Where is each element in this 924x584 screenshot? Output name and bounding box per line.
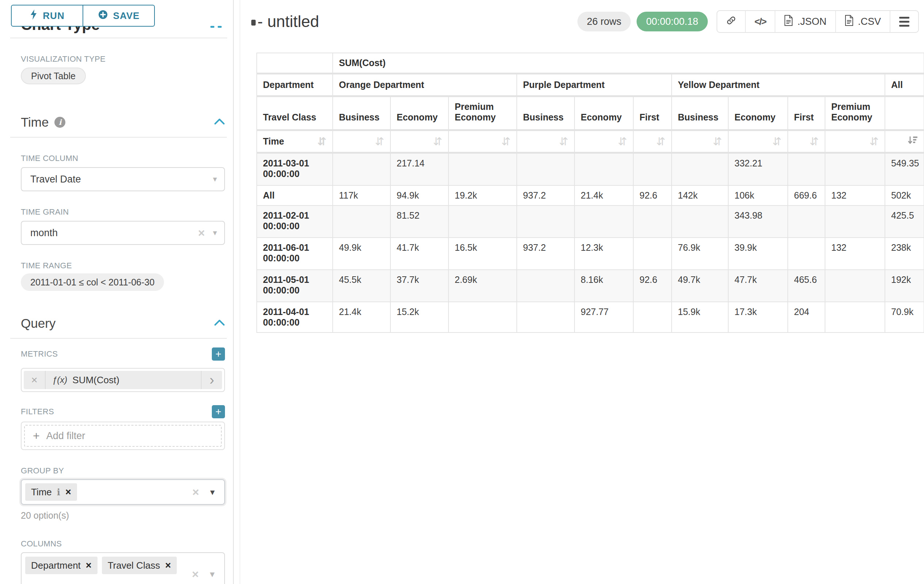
- link-icon: [726, 15, 736, 28]
- sort-button[interactable]: ⇵: [391, 131, 449, 154]
- section-divider: [10, 137, 227, 138]
- pivot-col-header: First: [634, 97, 672, 131]
- scrollbar-thumb[interactable]: [251, 20, 256, 26]
- query-section-title: Query: [21, 316, 56, 331]
- sort-button[interactable]: ⇵: [825, 131, 885, 154]
- pivot-cell: 425.5: [885, 206, 924, 238]
- time-grain-value: month: [30, 227, 198, 239]
- chevron-right-icon[interactable]: ›: [201, 371, 222, 389]
- pivot-cell: 17.3k: [729, 302, 788, 333]
- pivot-cell: [825, 154, 885, 186]
- pivot-cell: 45.5k: [333, 270, 391, 302]
- pivot-cell: [517, 302, 575, 333]
- sort-arrows-icon[interactable]: ⇵: [810, 136, 819, 147]
- time-range-label: TIME RANGE: [21, 261, 225, 270]
- add-metric-button[interactable]: +: [212, 347, 225, 360]
- pivot-cell: 8.16k: [575, 270, 634, 302]
- sort-button[interactable]: [885, 131, 924, 154]
- clear-icon[interactable]: ×: [198, 226, 205, 240]
- metric-chip[interactable]: × ƒ(x) SUM(Cost) ›: [24, 371, 222, 389]
- pivot-cell: 47.7k: [729, 270, 788, 302]
- viz-type-pill[interactable]: Pivot Table: [21, 67, 86, 84]
- selected-option-chip[interactable]: Department×: [25, 557, 97, 574]
- chevron-up-icon[interactable]: [214, 319, 225, 327]
- time-grain-label: TIME GRAIN: [21, 207, 225, 217]
- selected-option-chip[interactable]: Travel Class×: [102, 557, 177, 574]
- clear-icon[interactable]: ×: [192, 568, 199, 581]
- time-column-select[interactable]: Travel Date ▾: [21, 167, 225, 191]
- columns-select[interactable]: Department×Travel Class× × ▼: [21, 552, 225, 584]
- sort-button[interactable]: ⇵: [333, 131, 391, 154]
- info-icon: i: [54, 117, 65, 128]
- export-csv-button[interactable]: .CSV: [835, 11, 890, 32]
- splitter-handle-dot[interactable]: [218, 26, 222, 28]
- caret-down-icon: ▾: [213, 174, 217, 184]
- pivot-row-label: 2011-03-01 00:00:00: [257, 154, 333, 186]
- sort-arrows-icon[interactable]: ⇵: [618, 136, 627, 147]
- run-button[interactable]: RUN: [11, 5, 83, 26]
- chart-title[interactable]: - untitled: [257, 12, 319, 31]
- pivot-cell: 39.9k: [729, 238, 788, 270]
- pivot-cell: [333, 206, 391, 238]
- sort-button[interactable]: ⇵: [449, 131, 517, 154]
- table-row: 2011-06-01 00:00:0049.9k41.7k16.5k937.21…: [257, 238, 924, 270]
- sort-arrows-icon[interactable]: ⇵: [375, 136, 384, 147]
- remove-metric-icon[interactable]: ×: [24, 371, 46, 389]
- sort-arrows-icon[interactable]: ⇵: [317, 136, 327, 147]
- pivot-cell: 49.7k: [672, 270, 729, 302]
- sort-desc-active-icon[interactable]: [908, 135, 918, 148]
- embed-code-button[interactable]: </>: [745, 11, 775, 32]
- add-filter-plus-button[interactable]: +: [212, 405, 225, 418]
- pivot-cell: [634, 238, 672, 270]
- pivot-cell: [825, 302, 885, 333]
- sort-button[interactable]: ⇵: [575, 131, 634, 154]
- pivot-col-header: Economy: [575, 97, 634, 131]
- splitter-handle-dot[interactable]: [210, 26, 214, 28]
- sort-button[interactable]: ⇵: [788, 131, 825, 154]
- time-grain-select[interactable]: month × ▾: [21, 221, 225, 245]
- time-column-label: TIME COLUMN: [21, 154, 225, 163]
- save-button[interactable]: SAVE: [83, 5, 155, 26]
- remove-chip-icon[interactable]: ×: [65, 487, 71, 498]
- pivot-cell: [672, 154, 729, 186]
- export-json-button[interactable]: .JSON: [775, 11, 835, 32]
- sort-arrows-icon[interactable]: ⇵: [433, 136, 442, 147]
- menu-button[interactable]: [890, 11, 918, 32]
- info-icon: i: [57, 487, 60, 497]
- pivot-cell: 132: [825, 238, 885, 270]
- sort-button[interactable]: ⇵: [672, 131, 729, 154]
- sort-arrows-icon[interactable]: ⇵: [559, 136, 568, 147]
- clear-icon[interactable]: ×: [193, 485, 200, 499]
- sort-column-time[interactable]: Time⇵: [257, 131, 333, 154]
- remove-chip-icon[interactable]: ×: [165, 560, 171, 571]
- pivot-colgroup-header: Yellow Department: [672, 74, 885, 97]
- pivot-cell: [788, 206, 825, 238]
- caret-down-icon: ▼: [208, 488, 216, 497]
- add-filter-button[interactable]: + Add filter: [24, 425, 222, 447]
- selected-option-chip[interactable]: Timei×: [25, 483, 77, 501]
- remove-chip-icon[interactable]: ×: [86, 560, 92, 571]
- chevron-up-icon[interactable]: [214, 118, 225, 126]
- sort-arrows-icon[interactable]: ⇵: [870, 136, 879, 147]
- pivot-colgroup-header: All: [885, 74, 924, 97]
- sort-button[interactable]: ⇵: [517, 131, 575, 154]
- control-panel: Chart Type RUN SAVE VISUALIZATION TYPE P…: [0, 0, 234, 584]
- copy-link-button[interactable]: [717, 11, 745, 32]
- sort-arrows-icon[interactable]: ⇵: [772, 136, 782, 147]
- pivot-cell: 204: [788, 302, 825, 333]
- columns-chips: Department×Travel Class×: [25, 557, 177, 574]
- sort-arrows-icon[interactable]: ⇵: [656, 136, 665, 147]
- sort-button[interactable]: ⇵: [729, 131, 788, 154]
- group-by-label: GROUP BY: [21, 466, 225, 475]
- pivot-cell: 94.9k: [391, 186, 449, 206]
- file-icon: [784, 15, 793, 28]
- sort-button[interactable]: ⇵: [634, 131, 672, 154]
- sort-arrows-icon[interactable]: ⇵: [502, 136, 511, 147]
- time-range-pill[interactable]: 2011-01-01 ≤ col < 2011-06-30: [21, 273, 164, 291]
- lightning-bolt-icon: [30, 9, 38, 23]
- group-by-select[interactable]: Timei× × ▼: [21, 479, 225, 505]
- pivot-row-dim-header: Travel Class: [257, 97, 333, 131]
- sort-arrows-icon[interactable]: ⇵: [713, 136, 722, 147]
- row-count-badge: 26 rows: [578, 12, 631, 31]
- pivot-cell: 2.69k: [449, 270, 517, 302]
